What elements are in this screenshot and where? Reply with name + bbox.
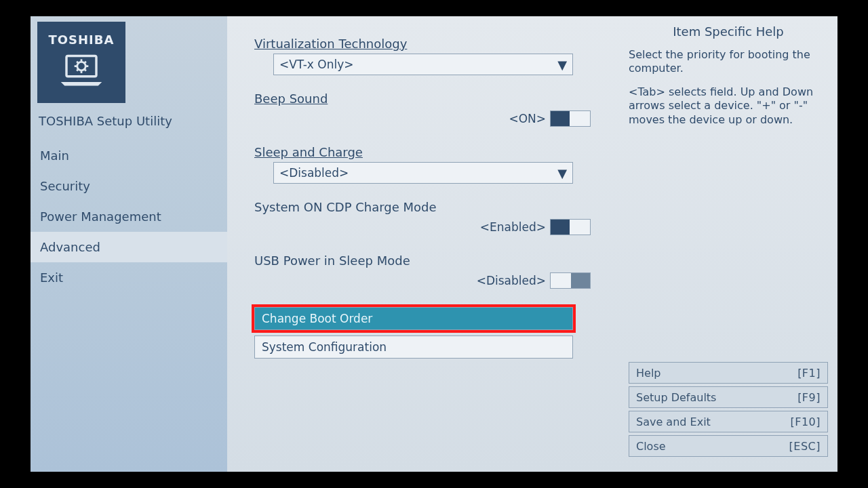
nav-item-main[interactable]: Main [31, 140, 227, 171]
main-panel: Virtualization Technology <VT-x Only> ▼ … [227, 16, 622, 472]
utility-title: TOSHIBA Setup Utility [31, 110, 227, 140]
fkey-label: Setup Defaults [636, 391, 716, 404]
svg-rect-0 [66, 56, 96, 77]
sleep-charge-dropdown[interactable]: <Disabled> ▼ [273, 162, 573, 184]
help-button[interactable]: Help [F1] [629, 362, 828, 384]
close-button[interactable]: Close [ESC] [629, 435, 828, 457]
setting-cdp-charge: System ON CDP Charge Mode <Enabled> [254, 200, 604, 237]
brand-name: TOSHIBA [49, 33, 115, 47]
fkey-key: [F10] [790, 415, 821, 428]
bios-screen: TOSHIBA [31, 16, 837, 472]
usb-toggle[interactable] [550, 272, 591, 289]
fkey-key: [F1] [797, 367, 821, 380]
help-body: Select the priority for booting the comp… [629, 48, 828, 127]
help-paragraph: Select the priority for booting the comp… [629, 48, 828, 76]
nav-list: Main Security Power Management Advanced … [31, 140, 227, 293]
svg-line-7 [85, 69, 86, 70]
fkey-key: [ESC] [789, 440, 821, 453]
setting-label: USB Power in Sleep Mode [254, 253, 604, 268]
fkey-key: [F9] [797, 391, 821, 404]
nav-item-exit[interactable]: Exit [31, 262, 227, 293]
save-and-exit-button[interactable]: Save and Exit [F10] [629, 411, 828, 432]
svg-line-9 [77, 69, 78, 70]
sidebar: TOSHIBA [31, 16, 227, 472]
fkey-label: Help [636, 367, 660, 380]
dropdown-value: <VT-x Only> [279, 58, 353, 71]
svg-line-6 [77, 62, 78, 63]
svg-line-8 [85, 62, 86, 63]
virtualization-dropdown[interactable]: <VT-x Only> ▼ [273, 54, 573, 75]
cdp-toggle[interactable] [550, 219, 591, 235]
nav-item-security[interactable]: Security [31, 171, 227, 201]
submenu-label: Change Boot Order [262, 312, 372, 325]
function-keys: Help [F1] Setup Defaults [F9] Save and E… [629, 362, 828, 460]
help-paragraph: <Tab> selects field. Up and Down arrows … [629, 85, 828, 127]
fkey-label: Close [636, 440, 666, 453]
chevron-down-icon: ▼ [557, 58, 567, 72]
setting-label: Beep Sound [254, 92, 604, 106]
setting-label: Sleep and Charge [254, 145, 604, 159]
fkey-label: Save and Exit [636, 415, 711, 428]
usb-value: <Disabled> [477, 274, 546, 287]
submenu-list: Change Boot Order System Configuration [254, 307, 604, 359]
beep-toggle[interactable] [550, 110, 591, 127]
nav-item-power-management[interactable]: Power Management [31, 201, 227, 232]
chevron-down-icon: ▼ [557, 166, 567, 180]
nav-item-advanced[interactable]: Advanced [31, 232, 227, 262]
dropdown-value: <Disabled> [279, 166, 349, 180]
beep-value: <ON> [509, 112, 546, 125]
setting-beep: Beep Sound <ON> [254, 92, 604, 129]
setting-virtualization: Virtualization Technology <VT-x Only> ▼ [254, 37, 604, 75]
help-title: Item Specific Help [629, 24, 828, 39]
laptop-gear-icon [58, 52, 105, 92]
svg-point-1 [77, 62, 85, 70]
brand-tile: TOSHIBA [37, 22, 125, 103]
cdp-value: <Enabled> [480, 220, 546, 234]
setup-defaults-button[interactable]: Setup Defaults [F9] [629, 386, 828, 408]
setting-sleep-charge: Sleep and Charge <Disabled> ▼ [254, 145, 604, 184]
change-boot-order-button[interactable]: Change Boot Order [254, 307, 573, 330]
setting-label: Virtualization Technology [254, 37, 604, 51]
setting-usb-sleep: USB Power in Sleep Mode <Disabled> [254, 253, 604, 291]
submenu-label: System Configuration [262, 340, 387, 354]
setting-label: System ON CDP Charge Mode [254, 200, 604, 214]
help-pane: Item Specific Help Select the priority f… [622, 16, 837, 472]
system-configuration-button[interactable]: System Configuration [254, 336, 573, 359]
